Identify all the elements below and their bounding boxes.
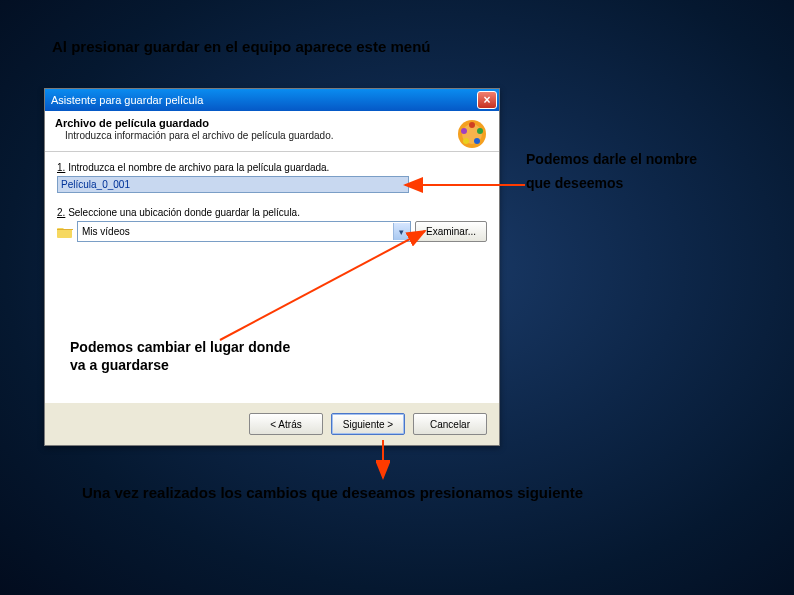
chevron-down-icon[interactable]: ▾ [393,223,410,240]
svg-point-5 [463,138,469,144]
window-title: Asistente para guardar película [51,94,203,106]
browse-button[interactable]: Examinar... [415,221,487,242]
folder-icon [57,224,73,240]
movie-reel-icon [455,117,489,151]
svg-point-2 [469,122,475,128]
annotation-filename-line1: Podemos darle el nombre [526,148,697,172]
filename-input[interactable] [57,176,409,193]
header-subtitle: Introduzca información para el archivo d… [65,130,489,141]
cancel-button[interactable]: Cancelar [413,413,487,435]
dialog-header: Archivo de película guardado Introduzca … [45,111,499,152]
svg-point-6 [461,128,467,134]
location-label: 2. Seleccione una ubicación donde guarda… [57,207,487,218]
location-label-text: Seleccione una ubicación donde guardar l… [68,207,300,218]
header-title: Archivo de película guardado [55,117,489,129]
slide-title: Al presionar guardar en el equipo aparec… [52,38,430,55]
close-icon[interactable]: × [477,91,497,109]
annotation-filename-line2: que deseemos [526,172,697,196]
location-combo[interactable]: Mis vídeos ▾ [77,221,411,242]
location-combo-value: Mis vídeos [82,226,130,237]
save-movie-wizard-dialog: Asistente para guardar película × Archiv… [44,88,500,446]
svg-point-3 [477,128,483,134]
location-step-number: 2. [57,207,65,218]
annotation-filename: Podemos darle el nombre que deseemos [526,148,697,196]
filename-label: 1. Introduzca el nombre de archivo para … [57,162,487,173]
next-button[interactable]: Siguiente > [331,413,405,435]
annotation-location: Podemos cambiar el lugar donde va a guar… [70,339,290,374]
filename-step-number: 1. [57,162,65,173]
titlebar: Asistente para guardar película × [45,89,499,111]
back-button[interactable]: < Atrás [249,413,323,435]
button-bar: < Atrás Siguiente > Cancelar [45,402,499,445]
filename-label-text: Introduzca el nombre de archivo para la … [68,162,329,173]
annotation-next: Una vez realizados los cambios que desea… [82,484,583,501]
svg-point-4 [474,138,480,144]
